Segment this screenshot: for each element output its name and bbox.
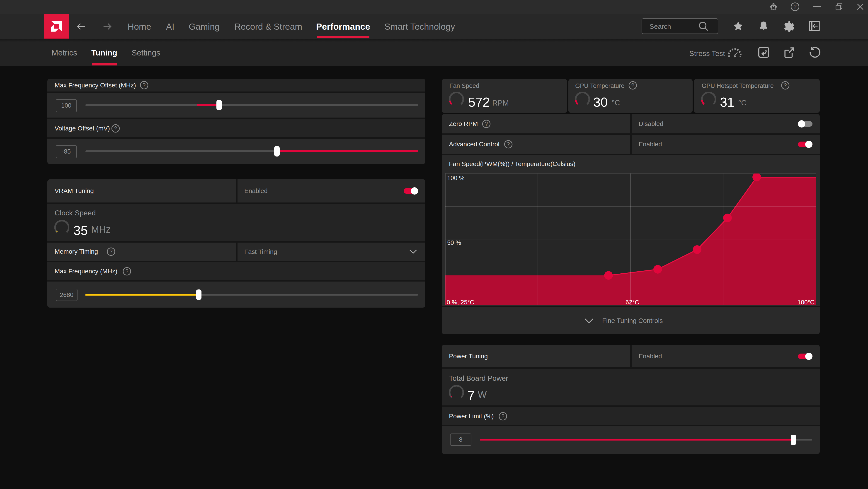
svg-text:?: ? [143, 82, 146, 88]
svg-text:?: ? [125, 268, 128, 274]
svg-text:?: ? [114, 125, 117, 131]
svg-text:?: ? [784, 82, 787, 88]
svg-text:100°C: 100°C [798, 299, 814, 305]
svg-text:?: ? [631, 82, 634, 88]
svg-text:?: ? [110, 249, 113, 255]
svg-text:?: ? [507, 141, 510, 147]
svg-text:?: ? [794, 4, 797, 10]
svg-text:50 %: 50 % [447, 239, 461, 246]
svg-text:62°C: 62°C [625, 299, 639, 305]
svg-text:100 %: 100 % [447, 175, 465, 182]
svg-text:?: ? [501, 413, 504, 419]
svg-text:?: ? [485, 121, 488, 127]
svg-text:0 %, 25°C: 0 %, 25°C [447, 299, 474, 305]
